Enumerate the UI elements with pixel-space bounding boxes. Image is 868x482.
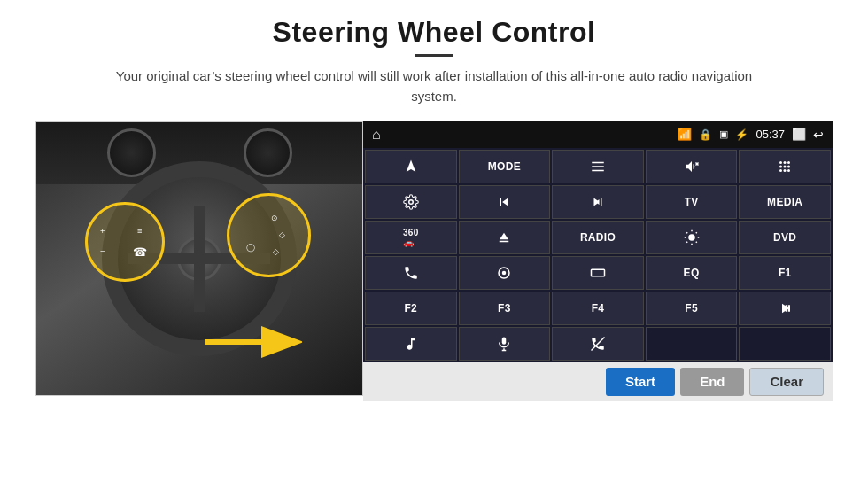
f4-button[interactable]: F4 (552, 292, 644, 325)
apps-button[interactable] (739, 150, 831, 183)
svg-point-24 (787, 169, 790, 172)
playpause-icon (777, 300, 793, 316)
next-icon (590, 194, 606, 210)
mode-button[interactable]: MODE (459, 150, 551, 183)
eject-button[interactable] (459, 221, 551, 254)
header-left: ⌂ (372, 127, 381, 143)
svg-point-20 (784, 165, 787, 167)
mic-button[interactable] (459, 327, 551, 361)
f1-button[interactable]: F1 (739, 256, 831, 290)
settings-icon (403, 194, 419, 210)
apps-icon (777, 159, 793, 175)
svg-point-21 (787, 165, 790, 167)
hangup-icon (590, 336, 606, 352)
svg-text:⊙: ⊙ (271, 214, 278, 222)
svg-text:+: + (100, 226, 105, 235)
svg-point-16 (779, 161, 782, 164)
nav-button[interactable] (365, 150, 457, 183)
svg-text:◇: ◇ (273, 246, 279, 255)
f2-button[interactable]: F2 (365, 292, 457, 325)
left-control-highlight: + ≡ − ☎ (85, 202, 165, 282)
svg-text:☎: ☎ (133, 245, 147, 258)
screen-mode-icon: ⬜ (792, 128, 806, 141)
svg-point-22 (779, 169, 782, 172)
svg-text:◯: ◯ (246, 242, 255, 252)
content-area: + ≡ − ☎ ⊙ ◇ ◯ ◇ (35, 121, 833, 401)
home-icon: ⌂ (372, 127, 381, 143)
button-grid: MODE (363, 148, 833, 362)
navi-icon (496, 265, 512, 281)
svg-point-28 (502, 270, 507, 275)
list-button[interactable] (552, 150, 644, 183)
brightness-icon (684, 229, 700, 245)
svg-marker-10 (407, 159, 416, 172)
svg-text:−: − (100, 247, 105, 256)
header-right: 📶 🔒 ▣ ⚡ 05:37 ⬜ ↩ (678, 128, 824, 142)
svg-text:◇: ◇ (279, 229, 285, 238)
mute-icon (684, 159, 700, 175)
svg-point-23 (784, 169, 787, 172)
clear-button[interactable]: Clear (749, 368, 824, 396)
prev-icon (496, 194, 512, 210)
end-button[interactable]: End (680, 368, 744, 396)
radio-button[interactable]: RADIO (552, 221, 644, 254)
playpause-button[interactable] (739, 292, 831, 325)
control-panel: ⌂ 📶 🔒 ▣ ⚡ 05:37 ⬜ ↩ MO (363, 121, 833, 401)
clock: 05:37 (756, 128, 785, 141)
back-icon: ↩ (813, 128, 824, 142)
right-controls-svg: ⊙ ◇ ◯ ◇ (229, 196, 308, 275)
bluetooth-icon: ⚡ (735, 128, 748, 141)
svg-rect-30 (502, 337, 507, 344)
wifi-icon: 📶 (678, 128, 692, 141)
mic-icon (496, 336, 512, 352)
brightness-button[interactable] (646, 221, 738, 254)
direction-arrow (196, 315, 302, 369)
navi-button[interactable] (459, 256, 551, 290)
title-divider (415, 54, 453, 57)
dvd-button[interactable]: DVD (739, 221, 831, 254)
svg-rect-29 (591, 269, 604, 276)
svg-point-18 (787, 161, 790, 164)
page-title: Steering Wheel Control (273, 16, 596, 49)
next-button[interactable] (552, 185, 644, 219)
prev-button[interactable] (459, 185, 551, 219)
phone-icon (403, 265, 419, 281)
page: Steering Wheel Control Your original car… (0, 0, 868, 482)
cam360-button[interactable]: 360🚗 (365, 221, 457, 254)
eject-icon (496, 229, 512, 245)
settings-button[interactable] (365, 185, 457, 219)
svg-point-25 (409, 199, 414, 204)
eq-button[interactable]: EQ (646, 256, 738, 290)
cam360-label: 360🚗 (403, 228, 419, 247)
panel-header: ⌂ 📶 🔒 ▣ ⚡ 05:37 ⬜ ↩ (363, 121, 833, 148)
empty-cell-2 (739, 327, 831, 361)
lock-icon: 🔒 (699, 128, 712, 141)
action-bar: Start End Clear (363, 362, 833, 401)
f5-button[interactable]: F5 (646, 292, 738, 325)
svg-text:≡: ≡ (137, 226, 142, 235)
phone-button[interactable] (365, 256, 457, 290)
nav-icon (403, 159, 419, 175)
music-icon (403, 336, 419, 352)
left-controls-svg: + ≡ − ☎ (88, 205, 162, 279)
mute-button[interactable] (646, 150, 738, 183)
wheel-spoke-v (194, 206, 205, 312)
svg-point-26 (688, 234, 695, 241)
sd-icon: ▣ (719, 128, 728, 140)
arrow-svg (196, 315, 302, 369)
screen-button[interactable] (552, 256, 644, 290)
list-icon (590, 159, 606, 175)
page-subtitle: Your original car’s steering wheel contr… (115, 66, 753, 107)
svg-rect-11 (592, 161, 604, 163)
right-control-highlight: ⊙ ◇ ◯ ◇ (227, 193, 311, 277)
svg-rect-13 (592, 169, 604, 171)
svg-rect-12 (592, 166, 604, 167)
f3-button[interactable]: F3 (459, 292, 551, 325)
music-button[interactable] (365, 327, 457, 361)
hangup-button[interactable] (552, 327, 644, 361)
media-button[interactable]: MEDIA (739, 185, 831, 219)
empty-cell-1 (646, 327, 738, 361)
start-button[interactable]: Start (606, 368, 675, 396)
steering-wheel-image: + ≡ − ☎ ⊙ ◇ ◯ ◇ (35, 121, 363, 396)
tv-button[interactable]: TV (646, 185, 738, 219)
